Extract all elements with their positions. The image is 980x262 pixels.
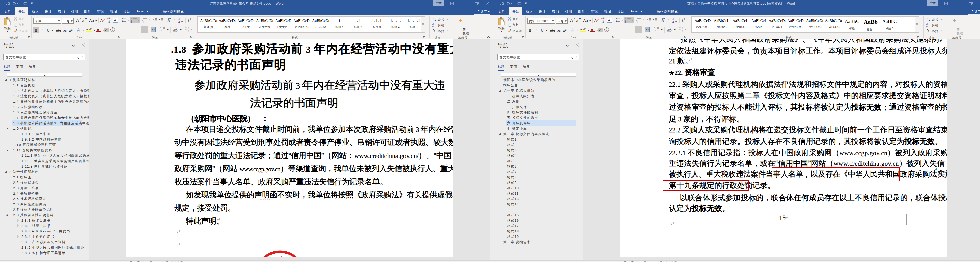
svg-text:A: A [662, 18, 664, 22]
svg-text:A: A [178, 18, 180, 20]
svg-text:A: A [673, 18, 674, 20]
svg-text:Z: Z [178, 21, 180, 23]
svg-text:3: 3 [131, 21, 132, 22]
svg-text:1: 1 [142, 18, 143, 19]
svg-text:Z: Z [673, 21, 674, 23]
svg-text:3: 3 [625, 21, 626, 22]
svg-text:A: A [167, 18, 170, 22]
svg-text:a: a [636, 19, 638, 21]
svg-text:1: 1 [625, 18, 626, 19]
svg-text:i: i [143, 21, 143, 22]
svg-text:1: 1 [131, 18, 132, 19]
svg-text:a: a [142, 19, 143, 21]
svg-text:i: i [637, 21, 638, 22]
svg-text:1: 1 [636, 18, 637, 19]
svg-text:2: 2 [131, 19, 132, 21]
svg-text:2: 2 [625, 19, 626, 21]
